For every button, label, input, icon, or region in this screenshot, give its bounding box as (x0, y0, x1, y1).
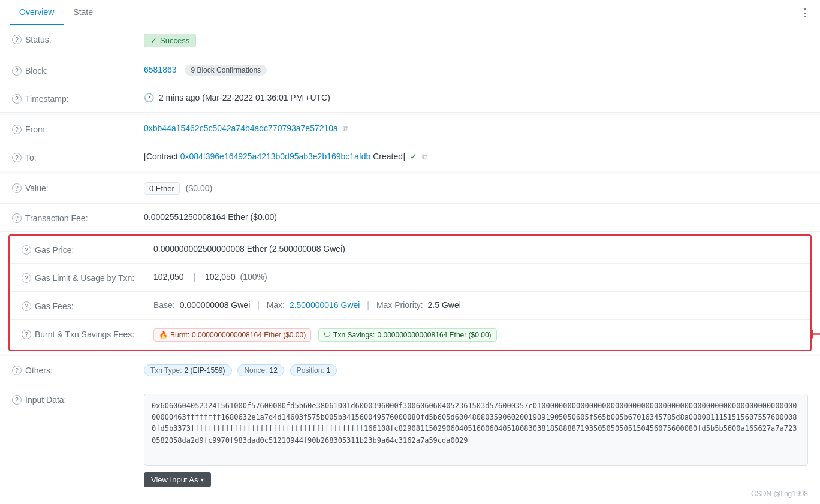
to-value: [Contract 0x084f396e164925a4213b0d95ab3e… (144, 152, 808, 162)
txn-fee-value: 0.0002551250008164 Ether ($0.00) (144, 212, 808, 222)
from-help-icon[interactable]: ? (12, 125, 22, 134)
savings-badge: 🛡 Txn Savings: 0.0000000000008164 Ether … (318, 328, 497, 342)
value-label: ? Value: (12, 182, 144, 193)
from-address-link[interactable]: 0xbb44a15462c5c5042a74b4adc770793a7e5721… (144, 123, 338, 133)
tabs-bar: Overview State ⋮ (0, 0, 820, 25)
status-help-icon[interactable]: ? (12, 35, 22, 44)
to-address-link[interactable]: 0x084f396e164925a4213b0d95ab3e2b169bc1af… (180, 152, 371, 161)
ether-badge: 0 Ether (144, 182, 180, 195)
view-input-button[interactable]: View Input As ▾ (144, 472, 211, 487)
status-value: ✓ Success (144, 34, 808, 47)
others-label: ? Others: (12, 364, 144, 375)
watermark: CSDN @ling1998 (751, 490, 808, 498)
gas-limit-label: ? Gas Limit & Usage by Txn: (22, 272, 153, 283)
gas-price-label: ? Gas Price: (22, 244, 153, 255)
timestamp-value: 🕐 2 mins ago (Mar-22-2022 01:36:01 PM +U… (144, 93, 808, 102)
to-verified-icon: ✓ (410, 152, 417, 161)
position-pill: Position: 1 (290, 364, 337, 376)
red-arrow-svg (810, 322, 820, 346)
value-row: ? Value: 0 Ether ($0.00) (0, 174, 820, 204)
status-label: ? Status: (12, 34, 144, 44)
from-value: 0xbb44a15462c5c5042a74b4adc770793a7e5721… (144, 123, 808, 134)
input-data-row: ? Input Data: View Input As ▾ (0, 385, 820, 496)
to-row: ? To: [Contract 0x084f396e164925a4213b0d… (0, 143, 820, 171)
gas-limit-row: ? Gas Limit & Usage by Txn: 102,050 | 10… (10, 264, 810, 292)
txn-fee-help-icon[interactable]: ? (12, 213, 22, 223)
burnt-fees-help-icon[interactable]: ? (22, 330, 31, 339)
gas-percent: (100%) (240, 272, 267, 282)
from-label: ? From: (12, 123, 144, 134)
block-help-icon[interactable]: ? (12, 66, 22, 76)
block-value: 6581863 9 Block Confirmations (144, 65, 808, 76)
others-help-icon[interactable]: ? (12, 366, 22, 375)
more-options-icon[interactable]: ⋮ (800, 6, 810, 19)
gas-fees-help-icon[interactable]: ? (22, 301, 31, 311)
input-data-help-icon[interactable]: ? (12, 395, 22, 405)
block-label: ? Block: (12, 65, 144, 76)
tab-overview[interactable]: Overview (10, 0, 64, 25)
timestamp-help-icon[interactable]: ? (12, 94, 22, 104)
savings-icon: 🛡 (324, 331, 331, 339)
fire-icon: 🔥 (159, 331, 168, 339)
to-label: ? To: (12, 152, 144, 162)
gas-fees-value: Base: 0.000000008 Gwei | Max: 2.50000001… (153, 300, 798, 310)
gas-fees-sep-2: | (367, 300, 369, 310)
timestamp-label: ? Timestamp: (12, 93, 144, 104)
burnt-fees-label: ? Burnt & Txn Savings Fees: (22, 328, 153, 339)
success-check-icon: ✓ (150, 36, 157, 45)
status-badge: ✓ Success (144, 34, 196, 47)
input-data-wrapper (144, 394, 808, 467)
gas-fees-row: ? Gas Fees: Base: 0.000000008 Gwei | Max… (10, 292, 810, 320)
gas-separator-1: | (194, 272, 196, 282)
input-data-textarea[interactable] (144, 394, 808, 466)
txn-fee-row: ? Transaction Fee: 0.0002551250008164 Et… (0, 204, 820, 232)
gas-price-help-icon[interactable]: ? (22, 245, 31, 255)
from-copy-icon[interactable]: ⧉ (343, 124, 348, 134)
clock-icon: 🕐 (144, 93, 154, 102)
chevron-down-icon: ▾ (201, 476, 204, 483)
txn-fee-label: ? Transaction Fee: (12, 212, 144, 223)
gas-limit-value: 102,050 | 102,050 (100%) (153, 272, 798, 282)
gas-highlight-section: ? Gas Price: 0.000000002500000008 Ether … (8, 234, 812, 351)
tab-state[interactable]: State (64, 0, 103, 25)
nonce-pill: Nonce: 12 (237, 364, 284, 376)
others-row: ? Others: Txn Type: 2 (EIP-1559) Nonce: … (0, 356, 820, 385)
others-value: Txn Type: 2 (EIP-1559) Nonce: 12 Positio… (144, 364, 808, 376)
value-help-icon[interactable]: ? (12, 183, 22, 193)
gas-fees-sep-1: | (257, 300, 260, 310)
to-copy-icon[interactable]: ⧉ (422, 152, 427, 162)
from-row: ? From: 0xbb44a15462c5c5042a74b4adc77079… (0, 115, 820, 143)
gas-price-value: 0.000000002500000008 Ether (2.500000008 … (153, 244, 798, 253)
timestamp-row: ? Timestamp: 🕐 2 mins ago (Mar-22-2022 0… (0, 84, 820, 113)
burnt-badge: 🔥 Burnt: 0.0000000000008164 Ether ($0.00… (153, 328, 311, 342)
gas-price-row: ? Gas Price: 0.000000002500000008 Ether … (10, 236, 810, 264)
value-amount: 0 Ether ($0.00) (144, 182, 808, 195)
block-row: ? Block: 6581863 9 Block Confirmations (0, 56, 820, 84)
to-help-icon[interactable]: ? (12, 153, 22, 162)
input-data-label: ? Input Data: (12, 394, 144, 405)
input-data-value: View Input As ▾ (144, 394, 808, 487)
gas-fees-label: ? Gas Fees: (22, 300, 153, 311)
burnt-fees-row: ? Burnt & Txn Savings Fees: 🔥 Burnt: 0.0… (10, 320, 810, 350)
txn-type-pill: Txn Type: 2 (EIP-1559) (144, 364, 232, 376)
burnt-fees-value: 🔥 Burnt: 0.0000000000008164 Ether ($0.00… (153, 328, 798, 342)
red-arrow-container (810, 322, 820, 348)
status-row: ? Status: ✓ Success (0, 25, 820, 56)
gas-limit-help-icon[interactable]: ? (22, 273, 31, 283)
block-number-link[interactable]: 6581863 (144, 65, 177, 74)
block-confirmations-badge: 9 Block Confirmations (185, 65, 267, 76)
